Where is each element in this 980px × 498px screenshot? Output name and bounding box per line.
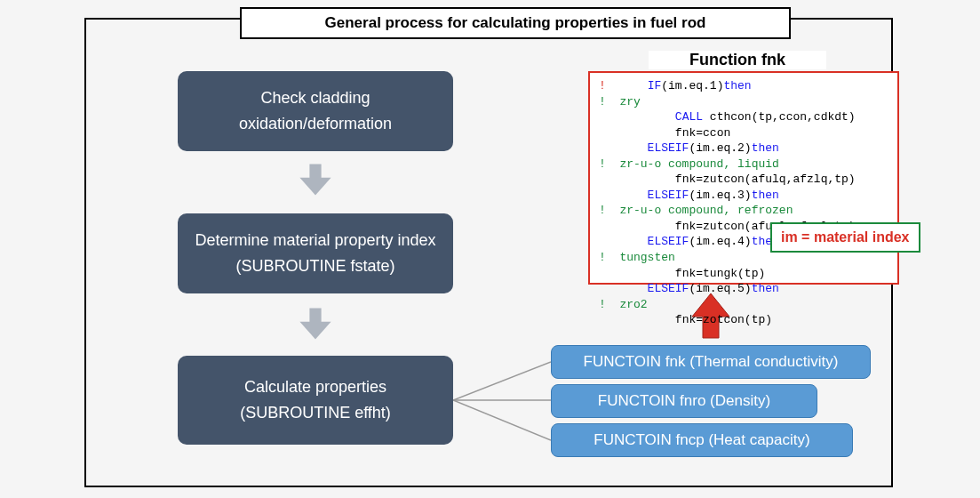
code-token: (im.eq.4) xyxy=(689,235,751,248)
code-line: ELSEIF(im.eq.2)then xyxy=(599,141,888,157)
code-token: then xyxy=(752,282,779,295)
code-line: ELSEIF(im.eq.5)then xyxy=(599,281,888,297)
code-token: then xyxy=(752,141,779,155)
code-token: ELSEIF xyxy=(648,235,689,248)
step-determine-index: Determine material property index (SUBRO… xyxy=(178,213,453,293)
code-token: fnk=ccon xyxy=(675,126,730,140)
step-label-line: Calculate properties xyxy=(187,374,444,400)
svg-line-0 xyxy=(453,362,551,400)
code-token: (im.eq.3) xyxy=(689,189,751,202)
material-index-label: im = material index xyxy=(770,222,920,253)
code-token: ELSEIF xyxy=(648,141,689,155)
step-label-line: (SUBROUTINE effht) xyxy=(187,400,444,426)
step-label-line: Check cladding xyxy=(187,85,444,111)
code-comment: ! zry xyxy=(599,94,888,110)
code-panel: ! IF(im.eq.1)then ! zry CALL cthcon(tp,c… xyxy=(588,71,899,285)
code-line: fnk=zotcon(tp) xyxy=(599,312,888,328)
arrow-down-icon xyxy=(296,304,335,343)
code-token: fnk=zotcon(tp) xyxy=(675,313,772,326)
code-token: IF xyxy=(648,79,662,92)
code-line: fnk=zutcon(afulq,afzlq,tp) xyxy=(599,172,888,188)
connector-lines xyxy=(453,360,551,445)
step-calculate-properties: Calculate properties (SUBROUTINE effht) xyxy=(178,356,453,445)
code-token: ! xyxy=(599,79,606,92)
code-token: (im.eq.1) xyxy=(661,79,723,92)
code-line: ELSEIF(im.eq.3)then xyxy=(599,188,888,204)
svg-line-2 xyxy=(453,400,551,440)
code-token: then xyxy=(752,189,779,202)
code-token: then xyxy=(723,79,751,92)
code-token: (im.eq.2) xyxy=(689,141,751,155)
code-line: CALL cthcon(tp,ccon,cdkdt) xyxy=(599,109,888,125)
code-panel-title: Function fnk xyxy=(649,51,826,69)
code-token: ELSEIF xyxy=(648,282,689,295)
code-token: fnk=zutcon(afulq,afzlq,tp) xyxy=(675,173,856,186)
function-fnro: FUNCTOIN fnro (Density) xyxy=(551,384,817,418)
code-line: fnk=tungk(tp) xyxy=(599,266,888,282)
step-label-line: oxidation/deformation xyxy=(187,111,444,137)
code-token: cthcon(tp,ccon,cdkdt) xyxy=(703,110,856,124)
step-label-line: Determine material property index xyxy=(187,228,444,253)
code-line: ! IF(im.eq.1)then xyxy=(599,78,888,94)
step-label-line: (SUBROUTINE fstate) xyxy=(187,253,444,279)
function-fncp: FUNCTOIN fncp (Heat capacity) xyxy=(551,423,853,457)
code-comment: ! zr-u-o compound, refrozen xyxy=(599,203,888,219)
step-check-cladding: Check cladding oxidation/deformation xyxy=(178,71,453,151)
code-token: fnk=tungk(tp) xyxy=(675,267,765,280)
code-token: CALL xyxy=(675,110,703,124)
code-comment: ! zro2 xyxy=(599,297,888,313)
code-token: ELSEIF xyxy=(648,189,689,202)
diagram-title: General process for calculating properti… xyxy=(240,7,791,39)
code-line: fnk=ccon xyxy=(599,125,888,141)
arrow-down-icon xyxy=(296,160,335,199)
code-comment: ! zr-u-o compound, liquid xyxy=(599,157,888,173)
code-token: (im.eq.5) xyxy=(689,282,751,295)
function-fnk: FUNCTOIN fnk (Thermal conductivity) xyxy=(551,345,871,379)
